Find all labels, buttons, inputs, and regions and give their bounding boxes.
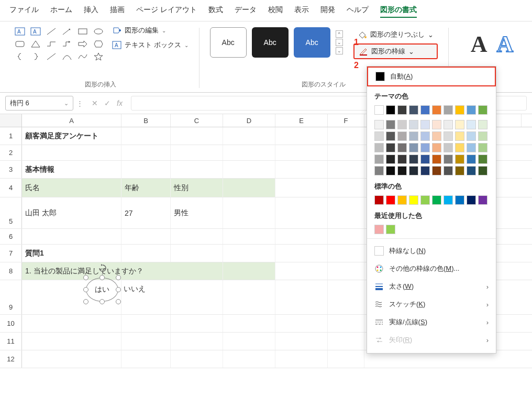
color-swatch[interactable] [432,105,441,115]
color-swatch[interactable] [386,131,395,141]
wordart-a-outline[interactable]: A [496,31,513,90]
color-swatch[interactable] [432,131,441,141]
color-swatch[interactable] [467,105,476,115]
color-swatch[interactable] [386,225,395,234]
color-swatch[interactable] [467,143,476,152]
shape-brace-r-icon[interactable] [28,51,43,62]
color-swatch[interactable] [432,143,441,152]
color-swatch[interactable] [374,131,384,141]
resize-handle[interactable] [99,275,105,280]
selected-ellipse-shape[interactable]: はい [86,278,118,302]
color-swatch[interactable] [467,120,476,129]
shape-connector-icon[interactable] [44,38,59,50]
row-header-7[interactable]: 7 [0,245,22,262]
color-swatch[interactable] [432,120,441,129]
tab-page-layout[interactable]: ページ レイアウト [136,5,197,18]
color-swatch[interactable] [409,143,418,152]
enter-icon[interactable]: ✓ [104,99,110,107]
outline-sketch[interactable]: スケッチ(K)› [367,295,496,313]
shape-triangle-icon[interactable] [28,38,43,50]
row-header-11[interactable]: 11 [0,333,22,350]
resize-handle[interactable] [116,275,121,280]
style-preset-1[interactable]: Abc [210,27,247,58]
select-all-corner[interactable] [0,114,22,127]
color-swatch[interactable] [467,166,476,175]
color-swatch[interactable] [478,166,487,175]
cancel-icon[interactable]: ✕ [92,99,98,107]
color-swatch[interactable] [409,131,418,141]
resize-handle[interactable] [83,275,88,280]
row-header-4[interactable]: 4 [0,179,22,197]
color-swatch[interactable] [409,105,418,115]
color-swatch[interactable] [432,166,441,175]
ellipse-yes[interactable]: はい [86,278,118,302]
color-swatch[interactable] [409,166,418,175]
row-header-3[interactable]: 3 [0,161,22,178]
cell-A4[interactable]: 氏名 [22,179,121,197]
tab-file[interactable]: ファイル [9,5,39,18]
tab-home[interactable]: ホーム [50,5,72,18]
shape-textbox-h-icon[interactable]: A [13,26,27,37]
row-header-2[interactable]: 2 [0,145,22,160]
color-swatch[interactable] [444,155,453,164]
outline-dashes[interactable]: 実線/点線(S)› [367,313,496,331]
shapes-gallery[interactable]: A A [13,26,106,62]
shape-fill-button[interactable]: 図形の塗りつぶし⌄ [353,28,438,41]
shape-oval-icon[interactable] [91,26,106,37]
color-swatch[interactable] [397,155,407,164]
color-swatch[interactable] [374,155,384,164]
resize-handle[interactable] [83,299,88,304]
color-swatch[interactable] [420,166,430,175]
color-swatch[interactable] [374,195,384,205]
shape-arrowline-icon[interactable] [60,26,74,37]
cell-B4[interactable]: 年齢 [121,179,171,197]
color-swatch[interactable] [420,120,430,129]
row-header-12[interactable]: 12 [0,350,22,368]
color-swatch[interactable] [397,131,407,141]
resize-handle[interactable] [83,287,88,292]
color-swatch[interactable] [478,105,487,115]
outline-weight[interactable]: 太さ(W)› [367,278,496,295]
col-header-D[interactable]: D [223,114,275,127]
color-swatch[interactable] [455,195,464,205]
col-header-E[interactable]: E [275,114,328,127]
color-swatch[interactable] [420,131,430,141]
color-swatch[interactable] [478,131,487,141]
color-swatch[interactable] [409,120,418,129]
cell-C5[interactable]: 男性 [171,197,223,228]
color-swatch[interactable] [455,143,464,152]
tab-data[interactable]: データ [235,5,257,18]
color-swatch[interactable] [478,155,487,164]
row-header-6[interactable]: 6 [0,229,22,244]
color-swatch[interactable] [455,131,464,141]
color-swatch[interactable] [467,131,476,141]
shape-star-icon[interactable] [91,51,106,62]
tab-formulas[interactable]: 数式 [208,5,223,18]
row-header-1[interactable]: 1 [0,127,22,145]
color-swatch[interactable] [397,195,407,205]
color-swatch[interactable] [386,143,395,152]
tab-view[interactable]: 表示 [294,5,309,18]
shape-hexagon-icon[interactable] [91,38,106,50]
color-swatch[interactable] [374,166,384,175]
shape-arc-icon[interactable] [60,51,74,62]
col-header-C[interactable]: C [171,114,223,127]
shape-elbow-icon[interactable] [60,38,74,50]
color-swatch[interactable] [397,143,407,152]
color-swatch[interactable] [455,155,464,164]
shape-arrow-right-icon[interactable] [75,38,90,50]
color-swatch[interactable] [444,166,453,175]
color-swatch[interactable] [455,120,464,129]
color-swatch[interactable] [374,120,384,129]
cell-C4[interactable]: 性別 [171,179,223,197]
tab-insert[interactable]: 挿入 [84,5,98,18]
row-header-9[interactable]: 9 [0,280,22,314]
row-header-8[interactable]: 8 [0,262,22,280]
name-box[interactable]: 楕円 6 ⌄ [5,96,73,111]
color-swatch[interactable] [420,105,430,115]
cell-A7[interactable]: 質問1 [22,245,121,262]
style-gallery-expand[interactable]: ^⌄⌄ [336,30,343,54]
shape-roundrect-icon[interactable] [13,38,27,50]
shape-rect-icon[interactable] [75,26,90,37]
text-box-button[interactable]: A テキスト ボックス⌄ [112,40,189,50]
